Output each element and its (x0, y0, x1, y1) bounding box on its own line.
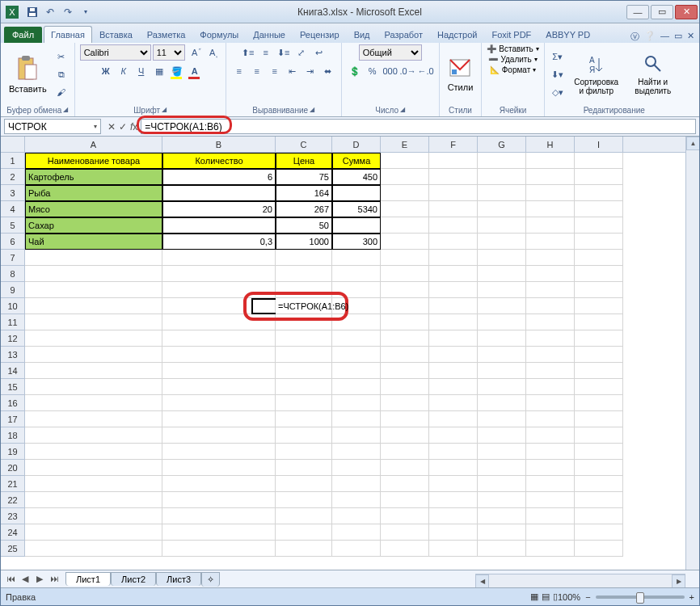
cell-A19[interactable] (25, 444, 162, 460)
col-header-G[interactable]: G (478, 137, 526, 152)
cell-H18[interactable] (526, 427, 575, 444)
cell-E10[interactable] (381, 298, 429, 314)
cell-F6[interactable] (429, 234, 478, 250)
maximize-button[interactable]: ▭ (651, 5, 673, 19)
row-header-23[interactable]: 23 (1, 508, 24, 524)
cell-G11[interactable] (478, 314, 526, 330)
save-icon[interactable] (25, 5, 40, 19)
col-header-B[interactable]: B (162, 137, 276, 152)
cell-A16[interactable] (25, 395, 162, 411)
cell-I13[interactable] (575, 347, 623, 363)
cell-B6[interactable]: 0,3 (162, 234, 276, 250)
format-painter-icon[interactable]: 🖌 (53, 84, 70, 100)
cell-B8[interactable] (162, 266, 276, 282)
clipboard-launcher-icon[interactable]: ◢ (63, 106, 68, 115)
cell-B20[interactable] (162, 460, 276, 476)
cell-A12[interactable] (25, 330, 162, 347)
underline-icon[interactable]: Ч (133, 63, 150, 79)
tab-layout[interactable]: Разметка (140, 26, 193, 43)
cell-I23[interactable] (575, 508, 623, 524)
sheet-tab-1[interactable]: Лист1 (65, 572, 111, 586)
alignment-launcher-icon[interactable]: ◢ (310, 106, 314, 115)
row-header-3[interactable]: 3 (1, 185, 24, 201)
horizontal-scrollbar[interactable]: ◀ ▶ (475, 574, 685, 587)
cell-B22[interactable] (162, 492, 276, 508)
cell-B2[interactable]: 6 (162, 169, 276, 185)
cell-B14[interactable] (162, 363, 276, 379)
cell-D12[interactable] (332, 330, 381, 347)
cell-E3[interactable] (381, 185, 429, 201)
align-right-icon[interactable]: ≡ (267, 63, 283, 79)
cell-H14[interactable] (526, 363, 575, 379)
cell-G18[interactable] (478, 427, 526, 444)
cell-D2[interactable]: 450 (332, 169, 381, 185)
bold-icon[interactable]: Ж (98, 63, 114, 79)
cell-I21[interactable] (575, 476, 623, 492)
scroll-up-icon[interactable]: ▲ (686, 137, 699, 150)
cell-A9[interactable] (25, 282, 162, 298)
cell-G8[interactable] (478, 266, 526, 282)
cell-D4[interactable]: 5340 (332, 201, 381, 217)
cell-B23[interactable] (162, 508, 276, 524)
italic-icon[interactable]: К (116, 63, 132, 79)
cell-I14[interactable] (575, 363, 623, 379)
cancel-formula-icon[interactable]: ✕ (108, 121, 116, 133)
cell-G24[interactable] (478, 524, 526, 541)
cell-D11[interactable] (332, 314, 381, 330)
cell-A15[interactable] (25, 379, 162, 395)
cell-B13[interactable] (162, 347, 276, 363)
paste-button[interactable]: Вставить (6, 53, 50, 95)
shrink-font-icon[interactable]: A֪ (205, 44, 221, 61)
view-layout-icon[interactable]: ▤ (542, 591, 550, 602)
align-center-icon[interactable]: ≡ (249, 63, 265, 79)
insert-cells-button[interactable]: ➕Вставить▾ (487, 44, 538, 53)
cell-E5[interactable] (381, 217, 429, 234)
cell-I7[interactable] (575, 250, 623, 266)
row-header-10[interactable]: 10 (1, 298, 24, 314)
cell-E20[interactable] (381, 460, 429, 476)
row-header-17[interactable]: 17 (1, 411, 24, 427)
cell-H21[interactable] (526, 476, 575, 492)
cell-I24[interactable] (575, 524, 623, 541)
cell-A14[interactable] (25, 363, 162, 379)
cell-D18[interactable] (332, 427, 381, 444)
cell-I20[interactable] (575, 460, 623, 476)
cell-A2[interactable]: Картофель (25, 169, 162, 185)
cell-G6[interactable] (478, 234, 526, 250)
cell-E19[interactable] (381, 444, 429, 460)
cell-F2[interactable] (429, 169, 478, 185)
cell-E24[interactable] (381, 524, 429, 541)
cell-G1[interactable] (478, 153, 526, 169)
cell-E6[interactable] (381, 234, 429, 250)
decrease-indent-icon[interactable]: ⇤ (285, 63, 301, 79)
cut-icon[interactable]: ✂ (53, 48, 70, 65)
cell-D15[interactable] (332, 379, 381, 395)
cell-G12[interactable] (478, 330, 526, 347)
cell-I11[interactable] (575, 314, 623, 330)
cell-F1[interactable] (429, 153, 478, 169)
cell-B21[interactable] (162, 476, 276, 492)
scroll-right-icon[interactable]: ▶ (672, 574, 685, 588)
cell-A8[interactable] (25, 266, 162, 282)
cell-G14[interactable] (478, 363, 526, 379)
zoom-level[interactable]: 100% (558, 592, 580, 602)
cell-C23[interactable] (276, 508, 332, 524)
cell-B25[interactable] (162, 541, 276, 557)
cell-F18[interactable] (429, 427, 478, 444)
cell-F4[interactable] (429, 201, 478, 217)
zoom-in-icon[interactable]: + (689, 592, 694, 602)
orientation-icon[interactable]: ⤢ (293, 44, 310, 61)
align-top-icon[interactable]: ⬆≡ (240, 44, 256, 61)
cell-G17[interactable] (478, 411, 526, 427)
cell-I1[interactable] (575, 153, 623, 169)
sheet-tab-3[interactable]: Лист3 (156, 572, 201, 586)
cell-B5[interactable] (162, 217, 276, 234)
cell-B4[interactable]: 20 (162, 201, 276, 217)
cell-D23[interactable] (332, 508, 381, 524)
row-header-15[interactable]: 15 (1, 379, 24, 395)
cell-H10[interactable] (526, 298, 575, 314)
cell-B12[interactable] (162, 330, 276, 347)
cell-I8[interactable] (575, 266, 623, 282)
cell-F9[interactable] (429, 282, 478, 298)
row-header-21[interactable]: 21 (1, 476, 24, 492)
